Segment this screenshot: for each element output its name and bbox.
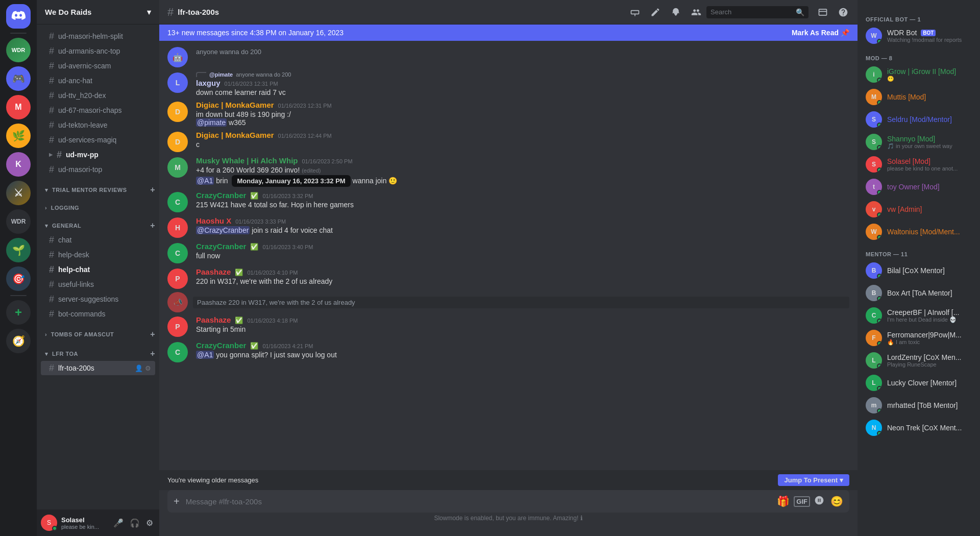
mic-button[interactable]: 🎤 [111, 516, 126, 530]
member-ferromancer[interactable]: F Ferromancer|9Pow|M... 🔥 I am toxic [862, 327, 976, 349]
server-name[interactable]: We Do Raids ▾ [37, 0, 159, 25]
message-header: laxguy 01/16/2023 12:31 PM [196, 79, 849, 87]
channel-useful-links[interactable]: # useful-links [41, 277, 155, 291]
channel-chat[interactable]: # chat [41, 233, 155, 247]
sticker-button[interactable] [812, 493, 826, 510]
inbox-button[interactable] [817, 6, 829, 18]
gif-button[interactable]: GIF [794, 496, 810, 507]
channel-ud-armanis-anc-top[interactable]: # ud-armanis-anc-top [41, 44, 155, 58]
settings-button[interactable]: ⚙ [144, 516, 155, 530]
jump-to-present-button[interactable]: Jump To Present ▾ [778, 474, 849, 486]
channel-settings-icon[interactable]: ⚙ [145, 364, 151, 372]
emoji-button[interactable]: 😊 [828, 493, 845, 509]
username[interactable]: Paashaze [196, 267, 231, 276]
username[interactable]: Digiac | MonkaGamer [196, 131, 274, 139]
member-bilal[interactable]: B Bilal [CoX Mentor] [862, 259, 976, 282]
username[interactable]: CrazyCranber [196, 341, 246, 350]
pins-button[interactable] [629, 6, 641, 18]
member-toy-owner[interactable]: t toy Owner [Mod] [862, 176, 976, 198]
category-tombs-of-amascut[interactable]: › TOMBS OF AMASCUT + [37, 322, 159, 341]
box-art-avatar: B [866, 285, 882, 301]
member-igrow[interactable]: i iGrow | iGrow II [Mod] 😶 [862, 63, 976, 86]
explore-servers-button[interactable]: 🧭 [6, 329, 31, 353]
username[interactable]: Musky Whale | Hi Alch Whip [196, 156, 298, 165]
category-add-icon[interactable]: + [150, 330, 155, 339]
server-icon-1[interactable]: WDR [6, 38, 31, 62]
mention-a1-2[interactable]: @A1 [196, 351, 214, 359]
server-icon-5[interactable]: K [6, 152, 31, 177]
channel-ud-masori-helm-split[interactable]: # ud-masori-helm-split [41, 29, 155, 43]
channel-ud-masori-top[interactable]: # ud-masori-top [41, 162, 155, 177]
search-bar[interactable]: 🔍 [706, 6, 808, 18]
member-seldru[interactable]: S Seldru [Mod/Mentor] [862, 108, 976, 131]
mention-crazycranber[interactable]: @CrazyCranber [196, 226, 250, 234]
member-neon-trek[interactable]: N Neon Trek [CoX Ment... [862, 417, 976, 439]
mark-as-read-button[interactable]: Mark As Read 📌 [792, 29, 849, 37]
server-icon-3[interactable]: M [6, 95, 31, 119]
server-icon-2[interactable]: 🎮 [6, 66, 31, 91]
server-icon-8[interactable]: 🌱 [6, 238, 31, 262]
server-icon-6[interactable]: ⚔ [6, 181, 31, 205]
username[interactable]: CrazyCranber [196, 242, 246, 251]
headphones-button[interactable]: 🎧 [128, 516, 142, 530]
messages-container: 13+ new messages since 4:38 PM on Januar… [159, 25, 857, 490]
channel-bot-commands[interactable]: # bot-commands [41, 307, 155, 321]
username[interactable]: Digiac | MonkaGamer [196, 101, 274, 109]
server-icon-7[interactable]: WDR [6, 209, 31, 234]
hash-icon: # [49, 264, 54, 275]
category-lfr-toa[interactable]: ▾ LFR TOA + [37, 341, 159, 360]
edit-button[interactable] [649, 6, 662, 18]
member-shannyo[interactable]: S Shannyo [Mod] 🎵 in your own sweet way [862, 131, 976, 153]
category-trial-mentor-reviews[interactable]: ▾ TRIAL MENTOR REVIEWS + [37, 177, 159, 197]
member-creeperbf[interactable]: C CreeperBF | AIrwolf [... I'm here but … [862, 304, 976, 327]
member-vw[interactable]: v vw [Admin] [862, 198, 976, 221]
message-input[interactable] [186, 492, 771, 511]
channel-ud-anc-hat[interactable]: # ud-anc-hat [41, 74, 155, 88]
discord-home-button[interactable] [6, 4, 31, 29]
add-file-button[interactable]: + [172, 494, 182, 509]
channel-help-chat[interactable]: # help-chat [41, 262, 155, 277]
gift-icon[interactable]: 🎁 [775, 493, 792, 509]
member-box-art[interactable]: B Box Art [ToA Mentor] [862, 282, 976, 304]
search-icon: 🔍 [796, 8, 804, 16]
notification-bell-button[interactable] [670, 6, 682, 18]
member-lordzentry[interactable]: L LordZentry [CoX Men... Playing RuneSca… [862, 349, 976, 372]
category-general[interactable]: ▾ GENERAL + [37, 213, 159, 232]
server-icon-9[interactable]: 🎯 [6, 266, 31, 291]
username[interactable]: CrazyCranber [196, 191, 246, 200]
member-wdr-bot[interactable]: W WDR Bot BOT Watching !modmail for repo… [862, 25, 976, 47]
channel-lfr-toa-200s[interactable]: # lfr-toa-200s 👤 ⚙ [41, 361, 155, 375]
message-content: Musky Whale | Hi Alch Whip 01/16/2023 2:… [196, 156, 849, 187]
username[interactable]: Haoshu X [196, 216, 231, 225]
search-input[interactable] [710, 8, 796, 16]
channel-ud-67-masori-chaps[interactable]: # ud-67-masori-chaps [41, 103, 155, 117]
member-waltonius[interactable]: W Waltonius [Mod/Ment... [862, 221, 976, 243]
add-server-button[interactable]: + [6, 300, 31, 325]
member-solasel[interactable]: S Solasel [Mod] please be kind to one an… [862, 153, 976, 176]
channel-help-desk[interactable]: # help-desk [41, 248, 155, 262]
server-icon-4[interactable]: 🌿 [6, 124, 31, 148]
member-lucky-clover[interactable]: L Lucky Clover [Mentor] [862, 372, 976, 394]
channel-ud-tekton-leave[interactable]: # ud-tekton-leave [41, 118, 155, 132]
username[interactable]: laxguy [196, 79, 220, 87]
category-add-icon[interactable]: + [150, 221, 155, 230]
mention-a1[interactable]: @A1 [196, 177, 214, 185]
channel-ud-ttv-h20-dex[interactable]: # ud-ttv_h20-dex [41, 88, 155, 103]
username[interactable]: Paashaze [196, 315, 231, 324]
members-toggle-button[interactable] [690, 6, 702, 18]
channel-ud-services-magiq[interactable]: # ud-services-magiq [41, 133, 155, 147]
channel-member-icon[interactable]: 👤 [135, 364, 143, 372]
category-add-icon[interactable]: + [150, 185, 155, 194]
ferromancer-status: 🔥 I am toxic [887, 339, 962, 346]
category-add-icon[interactable]: + [150, 349, 155, 358]
message-time: 01/16/2023 4:21 PM [262, 343, 313, 349]
box-art-name: Box Art [ToA Mentor] [887, 289, 952, 297]
channel-ud-mv-pp[interactable]: ▶ # ud-mv-pp [41, 148, 155, 162]
channel-server-suggestions[interactable]: # server-suggestions [41, 292, 155, 306]
mention-pimate[interactable]: @pimate [196, 118, 227, 127]
member-muttis[interactable]: M Muttis [Mod] [862, 86, 976, 108]
category-logging[interactable]: › LOGGING [37, 197, 159, 213]
help-button[interactable] [837, 6, 849, 18]
member-mrhatted[interactable]: m mrhatted [ToB Mentor] [862, 394, 976, 417]
channel-ud-avernic-scam[interactable]: # ud-avernic-scam [41, 59, 155, 73]
